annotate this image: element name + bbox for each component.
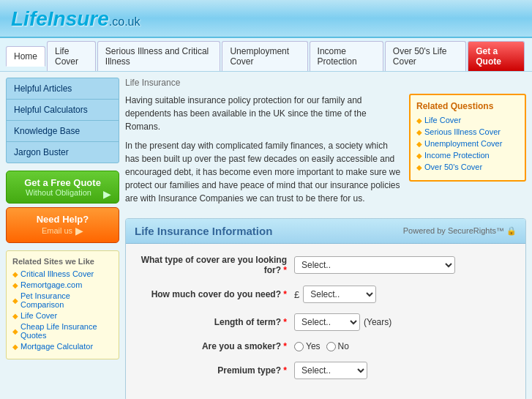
select-cover-amount[interactable]: Select.. £50,000 £100,000 £150,000 £200,…: [303, 286, 376, 303]
select-premium-type[interactable]: Select.. Guaranteed Reviewable: [294, 362, 367, 379]
need-help-button[interactable]: Need Help? Email us ▶: [6, 207, 119, 243]
header: LifeInsure.co.uk: [0, 0, 532, 38]
required-marker: *: [281, 289, 287, 299]
left-sidebar: Helpful Articles Helpful Calculators Kno…: [6, 78, 119, 399]
dot-icon: ◆: [416, 152, 422, 160]
need-help-sub: Email us ▶: [14, 225, 111, 236]
related-q-life-cover[interactable]: ◆Life Cover: [416, 116, 519, 124]
sidebar-item-knowledge-base[interactable]: Knowledge Base: [7, 121, 119, 142]
logo-main: LifeInsure: [11, 7, 109, 30]
arrow-icon-help: ▶: [75, 225, 83, 236]
breadcrumb: Life Insurance: [125, 78, 526, 88]
free-quote-button[interactable]: Get a Free Quote Without Obligation ▶: [6, 171, 119, 204]
dot-icon: ◆: [416, 116, 422, 124]
form-body: What type of cover are you looking for? …: [126, 244, 525, 399]
form-title: Life Insurance Information: [135, 225, 272, 237]
radio-no[interactable]: [326, 342, 336, 351]
control-cover-amount: £ Select.. £50,000 £100,000 £150,000 £20…: [294, 286, 376, 303]
form-row-premium-type: Premium type? * Select.. Guaranteed Revi…: [141, 362, 511, 379]
article-paragraph-1: Having suitable insurance policy protect…: [125, 94, 403, 133]
dot-icon: ◆: [12, 343, 18, 351]
form-row-smoker: Are you a smoker? * Yes No: [141, 341, 511, 351]
label-cover-amount: How much cover do you need? *: [141, 289, 287, 299]
related-site-item[interactable]: ◆Critical Illness Cover: [12, 269, 113, 278]
currency-symbol: £: [294, 289, 299, 300]
powered-by: Powered by SecureRights™ 🔒: [403, 226, 517, 236]
related-sites-title: Related Sites we Like: [12, 257, 113, 266]
related-site-item[interactable]: ◆Mortgage Calculator: [12, 342, 113, 351]
radio-yes[interactable]: [294, 342, 304, 351]
select-cover-type[interactable]: Select.. Level Term Decreasing Term Whol…: [294, 256, 455, 274]
years-label: (Years): [364, 317, 391, 327]
related-site-item[interactable]: ◆Remortgage.com: [12, 280, 113, 289]
dot-icon: ◆: [416, 140, 422, 148]
logo-text: LifeInsure.co.uk: [11, 7, 141, 30]
related-questions-title: Related Questions: [416, 101, 519, 111]
nav-get-quote[interactable]: Get a Quote: [468, 41, 525, 71]
label-smoker: Are you a smoker? *: [141, 341, 287, 351]
dot-icon: ◆: [12, 297, 18, 305]
nav-unemployment[interactable]: Unemployment Cover: [222, 41, 307, 71]
dot-icon: ◆: [12, 281, 18, 289]
form-section: Life Insurance Information Powered by Se…: [125, 218, 526, 399]
related-site-item[interactable]: ◆Life Cover: [12, 311, 113, 320]
related-questions-panel: Related Questions ◆Life Cover ◆Serious I…: [409, 94, 526, 182]
sidebar-item-helpful-calculators[interactable]: Helpful Calculators: [7, 100, 119, 121]
related-q-serious-illness[interactable]: ◆Serious Illness Cover: [416, 127, 519, 136]
need-help-title: Need Help?: [14, 214, 111, 225]
dot-icon: ◆: [12, 270, 18, 278]
related-q-income-protection[interactable]: ◆Income Protection: [416, 151, 519, 160]
label-term-length: Length of term? *: [141, 317, 287, 327]
required-marker: *: [281, 317, 287, 327]
main-layout: Helpful Articles Helpful Calculators Kno…: [0, 72, 532, 399]
article-paragraph-2: In the present day with complicated fami…: [125, 139, 403, 205]
label-cover-type: What type of cover are you looking for? …: [141, 255, 287, 275]
required-marker: *: [281, 341, 287, 351]
navbar: Home Life Cover Serious Illness and Crit…: [0, 38, 532, 72]
sidebar-item-jargon-buster[interactable]: Jargon Buster: [7, 142, 119, 163]
related-q-over-50s[interactable]: ◆Over 50's Cover: [416, 163, 519, 171]
related-site-item[interactable]: ◆Pet Insurance Comparison: [12, 291, 113, 309]
related-q-unemployment[interactable]: ◆Unemployment Cover: [416, 139, 519, 148]
label-premium-type: Premium type? *: [141, 365, 287, 376]
radio-no-label[interactable]: No: [326, 341, 349, 351]
free-quote-sub: Without Obligation ▶: [14, 188, 111, 197]
dot-icon: ◆: [416, 128, 422, 136]
dot-icon: ◆: [416, 163, 422, 171]
nav-over-50s[interactable]: Over 50's Life Cover: [385, 41, 466, 71]
main-content: Having suitable insurance policy protect…: [125, 94, 403, 211]
related-sites-panel: Related Sites we Like ◆Critical Illness …: [6, 250, 119, 359]
dot-icon: ◆: [12, 312, 18, 320]
control-premium-type: Select.. Guaranteed Reviewable: [294, 362, 367, 379]
radio-yes-label[interactable]: Yes: [294, 341, 321, 351]
form-header: Life Insurance Information Powered by Se…: [126, 219, 525, 244]
sidebar-menu: Helpful Articles Helpful Calculators Kno…: [6, 78, 119, 163]
radio-yes-text: Yes: [306, 341, 321, 351]
nav-home[interactable]: Home: [6, 46, 45, 67]
form-row-term-length: Length of term? * Select.. 5 10 15 20 25…: [141, 313, 511, 331]
nav-life-cover[interactable]: Life Cover: [47, 41, 96, 71]
logo-tld: .co.uk: [109, 15, 141, 28]
required-marker: *: [281, 265, 287, 275]
free-quote-title: Get a Free Quote: [14, 177, 111, 188]
related-site-item[interactable]: ◆Cheap Life Insurance Quotes: [12, 322, 113, 340]
control-smoker: Yes No: [294, 341, 349, 351]
form-row-cover-type: What type of cover are you looking for? …: [141, 255, 511, 275]
free-quote-sub-text: Without Obligation: [26, 188, 91, 197]
arrow-icon: ▶: [103, 188, 111, 200]
control-term-length: Select.. 5 10 15 20 25 30 (Years): [294, 313, 391, 331]
control-cover-type: Select.. Level Term Decreasing Term Whol…: [294, 256, 455, 274]
logo[interactable]: LifeInsure.co.uk: [11, 7, 141, 31]
select-term-length[interactable]: Select.. 5 10 15 20 25 30: [294, 313, 360, 331]
need-help-sub-text: Email us: [42, 226, 72, 235]
radio-no-text: No: [338, 341, 349, 351]
dot-icon: ◆: [12, 327, 18, 335]
form-row-cover-amount: How much cover do you need? * £ Select..…: [141, 286, 511, 303]
content-with-related: Having suitable insurance policy protect…: [125, 94, 526, 211]
nav-serious-illness[interactable]: Serious Illness and Critical Illness: [97, 41, 221, 71]
sidebar-item-helpful-articles[interactable]: Helpful Articles: [7, 78, 119, 100]
required-marker: *: [281, 365, 287, 376]
nav-income-protection[interactable]: Income Protection: [310, 41, 383, 71]
radio-group-smoker: Yes No: [294, 341, 349, 351]
content-area: Life Insurance Having suitable insurance…: [125, 78, 526, 399]
